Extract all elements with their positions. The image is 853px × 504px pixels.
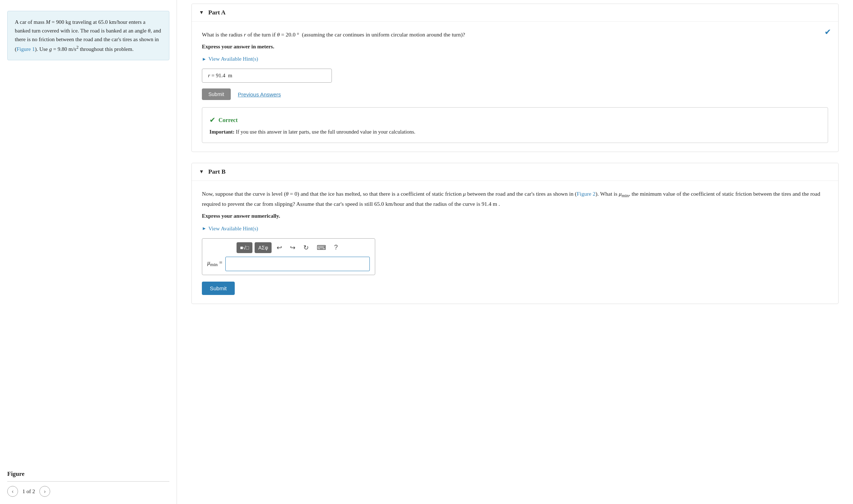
correct-note: Important: If you use this answer in lat…	[209, 128, 820, 136]
part-a-header[interactable]: ▼ Part A	[192, 4, 838, 22]
theta-variable: θ	[148, 28, 150, 34]
part-a-label: Part A	[208, 9, 226, 16]
part-b-header[interactable]: ▼ Part B	[192, 163, 838, 181]
sigma-icon: AΣφ	[258, 245, 268, 251]
part-a-hint-link[interactable]: ► View Available Hint(s)	[202, 56, 258, 62]
part-b-input-row: μmin =	[207, 257, 370, 271]
g-variable: g	[49, 46, 52, 52]
keyboard-button[interactable]: ⌨	[314, 242, 329, 253]
part-a-submit-button[interactable]: Submit	[202, 88, 231, 100]
part-a-express-answer: Express your answer in meters.	[202, 44, 828, 50]
part-a-section: ▼ Part A ✔ What is the radius r of the t…	[191, 4, 839, 152]
figure1-link[interactable]: Figure 1	[17, 46, 35, 52]
figure-navigation: Figure ‹ 1 of 2 ›	[7, 463, 169, 497]
part-b-express-answer: Express your answer numerically.	[202, 213, 828, 219]
green-checkmark-icon: ✔	[209, 114, 216, 126]
math-toolbar: ■√□ AΣφ ↩ ↪ ↻ ⌨ ?	[207, 242, 370, 253]
sqrt-icon: ■√□	[240, 245, 249, 251]
part-a-answer-row: r = 91.4 m	[202, 69, 828, 83]
mu-min-label: μmin =	[207, 260, 222, 268]
right-panel: ▼ Part A ✔ What is the radius r of the t…	[177, 0, 853, 504]
part-a-question: What is the radius r of the turn if θ = …	[202, 30, 828, 39]
part-b-math-input-wrapper: ■√□ AΣφ ↩ ↪ ↻ ⌨ ? μmin =	[202, 238, 375, 275]
problem-statement: A car of mass M = 900 kg traveling at 65…	[7, 11, 169, 60]
mass-variable: M	[46, 19, 51, 25]
help-button[interactable]: ?	[331, 242, 341, 253]
next-figure-button[interactable]: ›	[39, 486, 50, 497]
part-b-section: ▼ Part B Now, suppose that the curve is …	[191, 163, 839, 304]
part-b-hint-link[interactable]: ► View Available Hint(s)	[202, 226, 258, 232]
sqrt-tool-button[interactable]: ■√□	[237, 242, 253, 253]
part-a-correct-box: ✔ Correct Important: If you use this ans…	[202, 107, 828, 143]
part-a-previous-answers-link[interactable]: Previous Answers	[238, 91, 281, 97]
page-indicator: 1 of 2	[22, 488, 35, 495]
part-a-correct-header: ✔ Correct	[209, 114, 820, 126]
part-b-content: Now, suppose that the curve is level (θ …	[192, 181, 838, 303]
part-a-content: ✔ What is the radius r of the turn if θ …	[192, 22, 838, 152]
figure2-link[interactable]: Figure 2	[577, 191, 596, 197]
part-a-action-row: Submit Previous Answers	[202, 88, 828, 100]
hint-arrow-icon: ►	[202, 56, 207, 62]
correct-label: Correct	[218, 116, 238, 125]
undo-button[interactable]: ↩	[274, 242, 285, 253]
figure-label: Figure	[7, 470, 169, 478]
redo-button[interactable]: ↪	[287, 242, 298, 253]
collapse-icon-a: ▼	[199, 10, 204, 16]
prev-figure-button[interactable]: ‹	[7, 486, 18, 497]
correct-checkmark-top: ✔	[824, 27, 831, 37]
part-a-answer-input[interactable]: r = 91.4 m	[202, 69, 332, 83]
reset-button[interactable]: ↻	[300, 242, 312, 253]
part-a-hint-label: View Available Hint(s)	[208, 56, 258, 62]
mu-min-input[interactable]	[225, 257, 370, 271]
hint-arrow-b-icon: ►	[202, 226, 207, 231]
figure-controls: ‹ 1 of 2 ›	[7, 481, 169, 497]
left-panel: A car of mass M = 900 kg traveling at 65…	[0, 0, 177, 504]
part-b-label: Part B	[208, 168, 226, 175]
part-b-submit-button[interactable]: Submit	[202, 282, 235, 295]
part-b-hint-label: View Available Hint(s)	[208, 226, 258, 232]
collapse-icon-b: ▼	[199, 169, 204, 175]
symbol-tool-button[interactable]: AΣφ	[255, 242, 272, 253]
part-b-question: Now, suppose that the curve is level (θ …	[202, 190, 828, 209]
